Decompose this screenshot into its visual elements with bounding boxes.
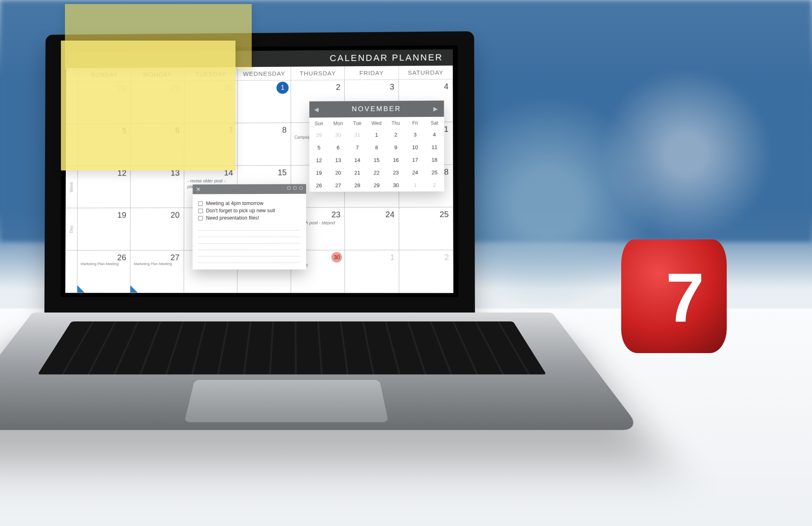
sticky-note[interactable] [61, 41, 235, 170]
prev-month-arrow[interactable]: ◀ [314, 106, 320, 113]
date-number: 8 [282, 125, 287, 135]
mini-dow: Fri [406, 117, 425, 128]
mini-day-cell[interactable]: 31 [348, 129, 367, 141]
date-number: 2 [336, 82, 340, 92]
date-number: 20 [171, 211, 179, 220]
mini-day-cell[interactable]: 5 [309, 141, 328, 154]
mini-day-cell[interactable]: 6 [328, 141, 348, 154]
mini-day-cell[interactable]: 9 [386, 141, 406, 153]
mini-day-cell[interactable]: 18 [425, 153, 444, 166]
calendar-cell[interactable]: 26Marketing Plan Meeting [77, 250, 130, 293]
planner-row-label: Day [65, 208, 78, 250]
mini-day-cell[interactable]: 1 [367, 129, 386, 141]
date-marker-blue: 1 [276, 82, 289, 94]
mini-day-cell[interactable]: 8 [367, 141, 386, 154]
calendar-cell[interactable]: 1 [345, 250, 399, 293]
date-number: 25 [440, 210, 449, 219]
mini-day-cell[interactable]: 10 [406, 141, 425, 153]
date-number: 26 [117, 253, 126, 262]
mini-day-cell[interactable]: 15 [367, 154, 386, 166]
mini-day-cell[interactable]: 1 [406, 179, 425, 192]
date-number: 3 [390, 82, 394, 91]
mini-day-cell[interactable]: 30 [328, 129, 348, 141]
calendar-cell[interactable]: 12 [78, 166, 131, 209]
mini-day-cell[interactable]: 27 [328, 179, 348, 192]
mini-day-cell[interactable]: 30 [386, 179, 406, 192]
mini-day-cell[interactable]: 7 [348, 141, 367, 154]
date-number: 4 [444, 82, 448, 91]
dogear-icon [77, 285, 84, 293]
cell-event: Marketing Plan Meeting [81, 262, 119, 266]
date-number: 19 [117, 211, 126, 220]
mini-month-title: NOVEMBER [352, 105, 401, 113]
calendar-cell[interactable]: 24 [345, 207, 399, 250]
mini-day-cell[interactable]: 29 [309, 129, 328, 141]
mini-day-cell[interactable]: 23 [386, 166, 406, 179]
todo-item[interactable]: Meeting at 4pm tomorrow [198, 200, 300, 207]
dogear-icon [130, 285, 138, 293]
mini-dow: Sat [425, 117, 444, 128]
mini-dow: Mon [328, 117, 348, 129]
mini-day-cell[interactable]: 17 [406, 153, 425, 166]
mini-day-cell[interactable]: 22 [367, 166, 386, 179]
calendar-cell[interactable]: 13 [131, 166, 184, 208]
mini-day-cell[interactable]: 24 [406, 166, 425, 179]
todo-titlebar[interactable]: ✕ [193, 184, 306, 194]
mini-dow: Sun [309, 117, 328, 129]
mini-day-cell[interactable]: 19 [309, 166, 328, 179]
todo-item-text: Need presentation files! [206, 215, 259, 221]
calendar-cell[interactable]: 25 [399, 207, 454, 250]
mini-month-popup[interactable]: ◀ NOVEMBER ▶ SunMonTueWedThuFriSat 29303… [309, 101, 444, 192]
mini-day-cell[interactable]: 12 [309, 154, 328, 166]
date-number: 24 [385, 210, 394, 219]
todo-item[interactable]: Need presentation files! [198, 215, 300, 221]
window-controls-icon[interactable] [287, 186, 303, 190]
calendar-cell[interactable]: 1 [238, 80, 291, 123]
mini-day-cell[interactable]: 28 [348, 179, 367, 192]
cell-event: Marketing Plan Meeting [134, 262, 172, 266]
todo-item-text: Don't forget to pick up new suit [206, 208, 275, 213]
todo-item[interactable]: Don't forget to pick up new suit [198, 208, 300, 214]
checkbox-icon[interactable] [198, 201, 203, 206]
date-number: 2 [444, 253, 449, 262]
mini-day-cell[interactable]: 2 [425, 179, 444, 191]
checkbox-icon[interactable] [198, 209, 203, 213]
checkbox-icon[interactable] [198, 216, 203, 220]
date-marker-pink: 30 [332, 252, 342, 263]
mini-day-cell[interactable]: 3 [406, 128, 425, 141]
laptop-trackpad [184, 380, 389, 422]
mini-dow: Thu [386, 117, 405, 128]
calendar-cell[interactable]: 19 [78, 208, 131, 251]
date-number: 27 [171, 253, 179, 262]
mini-day-cell[interactable]: 13 [328, 154, 348, 166]
planner-row-label: Week [66, 166, 78, 208]
next-month-arrow[interactable]: ▶ [433, 106, 439, 112]
mini-day-cell[interactable]: 21 [348, 166, 367, 179]
laptop-keyboard [38, 321, 546, 374]
todo-popup[interactable]: ✕ Meeting at 4pm tomorrowDon't forget to… [192, 184, 306, 269]
mini-day-cell[interactable]: 11 [425, 141, 444, 153]
mini-month-grid[interactable]: SunMonTueWedThuFriSat 293031123456789101… [309, 117, 444, 192]
calendar-cell[interactable]: 8 [238, 123, 291, 166]
mini-day-cell[interactable]: 25 [425, 166, 444, 179]
mini-day-cell[interactable]: 2 [386, 128, 406, 141]
planner-row-label [65, 251, 78, 293]
calendar-cell[interactable]: 27Marketing Plan Meeting [130, 250, 184, 293]
todo-item-text: Meeting at 4pm tomorrow [206, 200, 263, 206]
mini-day-cell[interactable]: 14 [348, 154, 367, 166]
calendar-cell[interactable]: 2 [399, 250, 454, 293]
mini-day-cell[interactable]: 16 [386, 154, 406, 166]
todo-blank-lines [198, 224, 300, 263]
mini-day-cell[interactable]: 20 [328, 166, 348, 179]
mini-day-cell[interactable]: 4 [425, 128, 444, 141]
close-icon[interactable]: ✕ [196, 186, 201, 192]
mini-day-cell[interactable]: 29 [367, 179, 386, 192]
mug-number: 7 [666, 258, 704, 337]
mini-day-cell[interactable]: 26 [309, 179, 328, 192]
calendar-cell[interactable]: 20 [131, 208, 184, 251]
date-number: 23 [331, 210, 340, 220]
date-number: 15 [278, 168, 287, 177]
mini-dow: Tue [348, 117, 367, 129]
date-number: 1 [390, 253, 395, 262]
red-mug: 7 [621, 235, 735, 357]
